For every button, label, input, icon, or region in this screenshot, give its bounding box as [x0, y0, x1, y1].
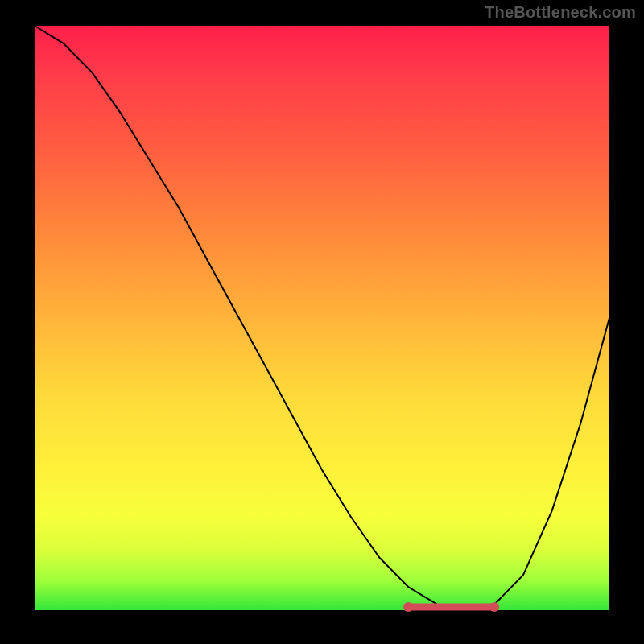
curve-svg	[35, 26, 609, 610]
optimal-region-dot-left	[403, 602, 413, 612]
chart-frame: TheBottleneck.com	[0, 0, 644, 644]
optimal-region-dot-right	[489, 602, 499, 612]
plot-area	[35, 26, 609, 610]
watermark-text: TheBottleneck.com	[485, 3, 636, 22]
bottleneck-curve-path	[35, 26, 609, 610]
